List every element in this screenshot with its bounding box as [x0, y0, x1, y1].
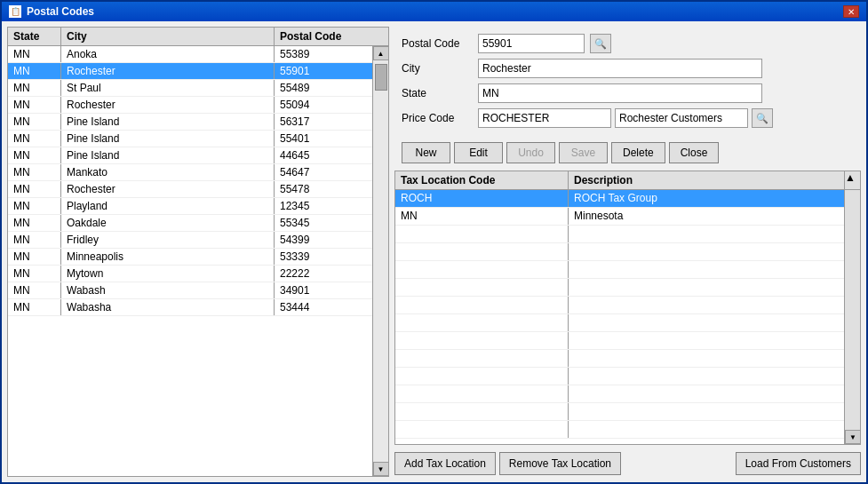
scroll-up-arrow[interactable]: ▲ — [373, 46, 389, 60]
tax-row-code — [395, 261, 569, 278]
price-code-row: Price Code 🔍 — [402, 108, 854, 128]
table-row[interactable]: MN Wabasha 53444 — [8, 299, 372, 316]
scroll-thumb[interactable] — [375, 64, 387, 91]
row-state: MN — [8, 266, 61, 282]
postal-codes-grid: State City Postal Code MN Anoka 55389 MN… — [7, 27, 389, 477]
add-tax-location-button[interactable]: Add Tax Location — [394, 452, 496, 475]
tax-row[interactable] — [395, 350, 844, 368]
tax-row[interactable] — [395, 226, 844, 243]
row-postal: 22222 — [275, 266, 372, 282]
price-search-button[interactable]: 🔍 — [752, 108, 773, 128]
row-state: MN — [8, 249, 61, 265]
tax-row-code — [395, 297, 569, 313]
row-city: Wabash — [61, 282, 275, 298]
table-row[interactable]: MN Rochester 55478 — [8, 181, 372, 198]
table-row[interactable]: MN Minneapolis 53339 — [8, 249, 372, 266]
row-state: MN — [8, 299, 61, 315]
close-button[interactable]: Close — [669, 142, 720, 163]
table-row[interactable]: MN Oakdale 55345 — [8, 215, 372, 232]
table-row[interactable]: MN Wabash 34901 — [8, 282, 372, 299]
table-row[interactable]: MN Fridley 54399 — [8, 232, 372, 249]
table-row[interactable]: MN Mankato 54647 — [8, 164, 372, 181]
title-bar: 📋 Postal Codes ✕ — [2, 2, 866, 21]
table-row[interactable]: MN Rochester 55901 — [8, 63, 372, 80]
table-row[interactable]: MN Mytown 22222 — [8, 266, 372, 282]
tax-scroll-down[interactable]: ▼ — [845, 430, 860, 444]
grid-body[interactable]: MN Anoka 55389 MN Rochester 55901 MN St … — [8, 46, 372, 476]
save-button[interactable]: Save — [559, 142, 608, 163]
tax-row[interactable] — [395, 332, 844, 350]
city-label: City — [402, 62, 473, 75]
tax-row-desc — [569, 368, 844, 385]
row-state: MN — [8, 114, 61, 130]
tax-row-code — [395, 332, 569, 349]
new-button[interactable]: New — [402, 142, 450, 163]
scroll-track[interactable] — [373, 60, 388, 462]
row-city: Pine Island — [61, 114, 275, 130]
tax-row[interactable] — [395, 297, 844, 314]
content-area: State City Postal Code MN Anoka 55389 MN… — [2, 21, 866, 482]
tax-row-code — [395, 421, 569, 438]
tax-row-desc — [569, 297, 844, 313]
row-postal: 55901 — [275, 63, 372, 79]
tax-desc-col-header: Description — [569, 171, 844, 189]
tax-row-desc — [569, 421, 844, 438]
row-postal: 54399 — [275, 232, 372, 248]
table-row[interactable]: MN Pine Island 44645 — [8, 147, 372, 164]
tax-row[interactable] — [395, 314, 844, 332]
postal-code-row: Postal Code 🔍 — [402, 34, 854, 53]
tax-row-desc — [569, 385, 844, 402]
row-city: Oakdale — [61, 215, 275, 231]
state-input[interactable] — [478, 83, 762, 103]
tax-row[interactable] — [395, 421, 844, 439]
table-row[interactable]: MN Pine Island 56317 — [8, 114, 372, 131]
row-state: MN — [8, 181, 61, 197]
delete-button[interactable]: Delete — [611, 142, 665, 163]
tax-row-desc — [569, 261, 844, 278]
tax-code-col-header: Tax Location Code — [395, 171, 569, 189]
table-row[interactable]: MN Rochester 55094 — [8, 97, 372, 114]
scroll-down-arrow[interactable]: ▼ — [373, 462, 389, 476]
postal-code-input[interactable] — [478, 34, 585, 53]
tax-row-code: ROCH — [395, 190, 569, 207]
col-header-scroll — [372, 28, 388, 45]
row-postal: 55345 — [275, 215, 372, 231]
window-icon: 📋 — [9, 5, 21, 18]
tax-scroll-up[interactable]: ▲ — [844, 171, 860, 189]
city-input[interactable] — [478, 59, 762, 78]
tax-row[interactable] — [395, 243, 844, 261]
window-close-button[interactable]: ✕ — [843, 5, 859, 18]
tax-row[interactable]: MN Minnesota — [395, 208, 844, 226]
row-state: MN — [8, 80, 61, 96]
row-state: MN — [8, 147, 61, 163]
tax-row-desc — [569, 243, 844, 260]
row-postal: 55389 — [275, 46, 372, 62]
tax-row-code — [395, 243, 569, 260]
tax-row[interactable] — [395, 279, 844, 297]
tax-scroll-track[interactable] — [845, 190, 860, 430]
tax-row[interactable] — [395, 261, 844, 279]
tax-row-code — [395, 403, 569, 420]
window-title: Postal Codes — [27, 5, 94, 18]
row-state: MN — [8, 63, 61, 79]
tax-grid-header: Tax Location Code Description ▲ — [395, 171, 860, 190]
tax-row[interactable] — [395, 403, 844, 421]
table-row[interactable]: MN Pine Island 55401 — [8, 131, 372, 147]
remove-tax-location-button[interactable]: Remove Tax Location — [499, 452, 621, 475]
table-row[interactable]: MN Anoka 55389 — [8, 46, 372, 63]
price-code-input[interactable] — [478, 108, 611, 128]
grid-header: State City Postal Code — [8, 28, 388, 46]
row-postal: 53339 — [275, 249, 372, 265]
table-row[interactable]: MN Playland 12345 — [8, 198, 372, 215]
load-from-customers-button[interactable]: Load From Customers — [736, 452, 861, 475]
tax-row-code — [395, 385, 569, 402]
tax-row[interactable] — [395, 368, 844, 385]
table-row[interactable]: MN St Paul 55489 — [8, 80, 372, 97]
tax-row[interactable] — [395, 385, 844, 403]
price-name-input[interactable] — [615, 108, 748, 128]
undo-button[interactable]: Undo — [506, 142, 555, 163]
tax-row[interactable]: ROCH ROCH Tax Group — [395, 190, 844, 208]
edit-button[interactable]: Edit — [454, 142, 503, 163]
postal-search-button[interactable]: 🔍 — [590, 34, 611, 53]
state-row: State — [402, 83, 854, 103]
